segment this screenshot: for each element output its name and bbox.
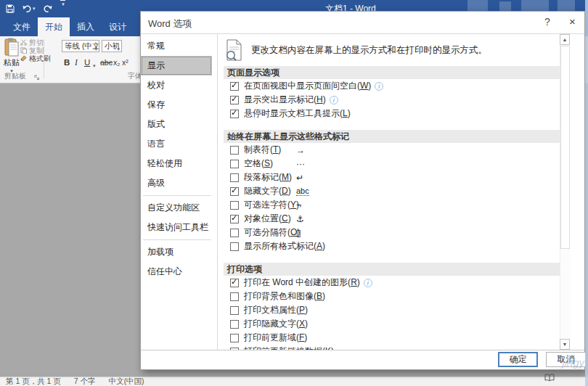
checkbox-row[interactable]: ✓ 空格(S) ···	[224, 157, 560, 171]
subscript-button[interactable]: x₂	[113, 57, 120, 68]
checkbox[interactable]: ✓	[230, 96, 239, 104]
checkbox-row[interactable]: ✓ 打印前更新链接数据(K)	[224, 345, 560, 350]
content-scrollbar[interactable]: ▲ ▼	[560, 34, 570, 350]
tab-insert[interactable]: 插入	[70, 17, 102, 36]
checkbox[interactable]: ✓	[230, 292, 239, 301]
section-header-print-options: 打印选项	[224, 263, 560, 276]
page-info[interactable]: 第 1 页，共 1 页	[6, 377, 61, 386]
checkbox[interactable]: ✓	[230, 201, 239, 210]
checkbox[interactable]: ✓	[230, 110, 239, 118]
checkbox-row[interactable]: ✓ 对象位置(C) ⚓	[224, 212, 560, 226]
tab-mark-icon: →	[296, 145, 305, 155]
word-count[interactable]: 7 个字	[74, 377, 96, 386]
dialog-title: Word 选项	[148, 17, 192, 30]
nav-item-trust-center[interactable]: 信任中心	[141, 262, 212, 282]
nav-item-add-ins[interactable]: 加载项	[141, 242, 212, 262]
nav-item-language[interactable]: 语言	[141, 134, 212, 154]
nav-item-proofing[interactable]: 校对	[141, 75, 212, 95]
checkbox-row[interactable]: ✓ 打印文档属性(P)	[224, 303, 560, 317]
strikethrough-button[interactable]: abc	[100, 57, 113, 68]
nav-item-display[interactable]: 显示	[141, 56, 212, 75]
checkbox[interactable]: ✓	[230, 334, 239, 342]
checkbox-row[interactable]: ✓ 隐藏文字(D) abc	[224, 184, 560, 198]
up-arrow-icon: ▲	[563, 37, 568, 42]
checkbox-label: 段落标记(M)	[244, 171, 292, 184]
checkbox-row[interactable]: ✓ 制表符(T) →	[224, 143, 560, 157]
checkbox[interactable]: ✓	[230, 173, 239, 182]
clipboard-dialog-launcher[interactable]	[34, 75, 40, 81]
customize-qat-icon	[60, 0, 65, 1]
font-name-caret-icon[interactable]: ▾	[94, 44, 97, 52]
scrollbar-track[interactable]	[560, 45, 570, 339]
checkbox-label: 在页面视图中显示页面间空白(W)	[244, 80, 371, 92]
italic-button[interactable]: I	[75, 57, 78, 68]
bold-button[interactable]: B	[64, 57, 70, 68]
nav-item-advanced[interactable]: 高级	[141, 173, 212, 193]
nav-separator	[143, 195, 211, 196]
checkbox-label: 隐藏文字(D)	[244, 185, 291, 197]
read-mode-button[interactable]	[544, 374, 555, 382]
checkbox-row[interactable]: ✓ 在页面视图中显示页面间空白(W) i	[224, 79, 560, 93]
language-indicator[interactable]: 中文(中国)	[109, 377, 144, 386]
scroll-up-button[interactable]: ▲	[560, 34, 570, 45]
checkbox-row[interactable]: ✓ 打印前更新域(F)	[224, 331, 560, 345]
underline-caret-icon[interactable]: ▾	[93, 60, 96, 71]
checkbox[interactable]: ✓	[230, 320, 239, 329]
format-painter-button[interactable]: 格式刷	[20, 54, 51, 62]
checkbox[interactable]: ✓	[230, 242, 239, 251]
ok-button[interactable]: 确定	[498, 352, 538, 367]
checkbox-row[interactable]: ✓ 显示突出显示标记(H) i	[224, 93, 560, 107]
dialog-help-button[interactable]: ?	[544, 16, 550, 28]
check-icon: ✓	[231, 186, 237, 195]
checkbox-row[interactable]: ✓ 打印背景色和图像(B)	[224, 290, 560, 303]
checkbox-row[interactable]: ✓ 可选连字符(Y) ¬	[224, 198, 560, 212]
underline-button[interactable]: U	[84, 57, 90, 68]
checkbox[interactable]: ✓	[230, 306, 239, 315]
nav-item-save[interactable]: 保存	[141, 95, 212, 115]
checkbox[interactable]: ✓	[230, 229, 239, 237]
font-size-combobox[interactable]: 小初 ▾	[102, 40, 122, 52]
font-name-combobox[interactable]: 等线 (中文正文 ▾	[62, 40, 99, 52]
customize-qat-button[interactable]: ▾	[60, 0, 65, 17]
save-button[interactable]	[6, 0, 15, 17]
paste-clipboard-icon	[4, 38, 19, 57]
checkbox[interactable]: ✓	[230, 146, 239, 155]
scroll-down-button[interactable]: ▼	[560, 339, 570, 350]
font-size-caret-icon[interactable]: ▾	[117, 44, 120, 52]
checkbox-label: 可选分隔符(O)	[244, 226, 300, 239]
redo-button[interactable]	[44, 0, 52, 17]
nav-item-customize-ribbon[interactable]: 自定义功能区	[141, 198, 212, 218]
checkbox-row[interactable]: ✓ 打印隐藏文字(X)	[224, 317, 560, 331]
tab-home[interactable]: 开始	[38, 17, 70, 36]
dialog-close-button[interactable]: ×	[569, 15, 576, 28]
checkbox-row[interactable]: ✓ 显示所有格式标记(A)	[224, 239, 560, 253]
info-icon[interactable]: i	[364, 279, 372, 287]
checkbox[interactable]: ✓	[230, 348, 239, 350]
checkbox-row[interactable]: ✓ 段落标记(M) ↵	[224, 171, 560, 184]
checkbox[interactable]: ✓	[230, 187, 239, 196]
scrollbar-thumb[interactable]	[560, 46, 570, 249]
nav-item-quick-access-toolbar[interactable]: 快速访问工具栏	[141, 218, 212, 237]
checkbox-label: 显示突出显示标记(H)	[244, 94, 326, 106]
checkbox-row[interactable]: ✓ 悬停时显示文档工具提示(L)	[224, 107, 560, 120]
checkbox[interactable]: ✓	[230, 160, 239, 168]
superscript-button[interactable]: x²	[122, 57, 128, 68]
check-icon: ✓	[231, 94, 237, 104]
checkbox[interactable]: ✓	[230, 82, 239, 91]
checkbox-label: 制表符(T)	[244, 144, 281, 156]
checkbox-row[interactable]: ✓ 打印在 Word 中创建的图形(R) i	[224, 276, 560, 290]
tab-design[interactable]: 设计	[102, 17, 134, 36]
info-icon[interactable]: i	[375, 82, 383, 91]
undo-button[interactable]: ▾	[23, 0, 36, 17]
nav-item-typography[interactable]: 版式	[141, 115, 212, 134]
nav-item-general[interactable]: 常规	[141, 36, 212, 56]
status-bar: 第 1 页，共 1 页 7 个字 中文(中国)	[0, 377, 588, 386]
undo-dropdown-caret-icon[interactable]: ▾	[33, 6, 36, 12]
tab-file[interactable]: 文件	[6, 17, 38, 36]
checkbox[interactable]: ✓	[230, 279, 239, 287]
info-icon[interactable]: i	[330, 96, 338, 104]
checkbox-row[interactable]: ✓ 可选分隔符(O) ▯	[224, 226, 560, 239]
checkbox[interactable]: ✓	[230, 215, 239, 223]
dialog-launcher-icon	[34, 75, 40, 81]
nav-item-ease-of-access[interactable]: 轻松使用	[141, 154, 212, 173]
